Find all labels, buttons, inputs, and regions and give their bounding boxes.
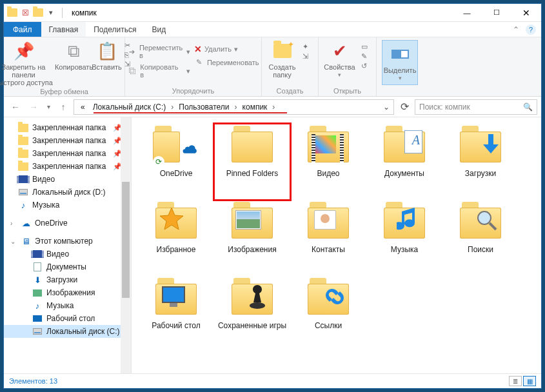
open-icon[interactable]: ▭	[361, 43, 373, 51]
delete-button[interactable]: ✕Удалить ▾	[194, 44, 259, 54]
close-button[interactable]: ✕	[511, 4, 541, 22]
folder-item[interactable]: Поиски	[442, 200, 519, 276]
folder-item[interactable]: Музыка	[366, 200, 442, 276]
disk-icon	[18, 187, 28, 197]
folder-item[interactable]: AДокументы	[366, 124, 442, 200]
tree-item-pinned[interactable]: Закрепленная папка📌	[4, 147, 131, 160]
tree-item-downloads[interactable]: ⬇Загрузки	[4, 273, 131, 286]
folder-item[interactable]: Видео	[290, 124, 366, 200]
item-label: Изображения	[228, 245, 276, 254]
folder-item[interactable]: Рабочий стол	[138, 276, 214, 352]
folder-icon	[18, 135, 28, 146]
qat-item[interactable]	[32, 6, 44, 20]
new-folder-button[interactable]: Создать папку	[266, 40, 299, 79]
item-label: Pinned Folders	[226, 169, 279, 178]
video-icon	[18, 174, 28, 184]
paste-button[interactable]: 📋 Вставить	[94, 40, 121, 71]
recent-dropdown[interactable]: ▾	[44, 99, 53, 115]
folder-item[interactable]: Изображения	[214, 200, 290, 276]
qat-dropdown[interactable]: ▾	[45, 6, 57, 20]
rename-button[interactable]: ✎Переименовать	[194, 58, 259, 66]
forward-button[interactable]: →	[26, 99, 41, 115]
edit-icon[interactable]: ✎	[361, 52, 373, 61]
folder-item[interactable]: Pinned Folders	[214, 124, 290, 200]
maximize-button[interactable]: ☐	[482, 4, 511, 22]
copy-button[interactable]: ⧉ Копировать	[59, 40, 90, 71]
icons-view-button[interactable]: ▦	[523, 376, 536, 386]
address-bar[interactable]: « Локальный диск (C:) › Пользователи › к…	[74, 99, 394, 115]
tree-item-thispc[interactable]: ⌄🖥Этот компьютер	[4, 235, 131, 248]
history-icon[interactable]: ↺	[361, 62, 373, 70]
item-label: Контакты	[312, 245, 345, 254]
properties-button[interactable]: ✔ Свойства ▾	[322, 40, 357, 79]
folder-item[interactable]: ⟳OneDrive	[138, 124, 214, 200]
folder-item[interactable]: Загрузки	[442, 124, 519, 200]
folder-icon	[153, 204, 199, 242]
new-item-icon[interactable]: ✦	[302, 43, 314, 51]
tab-view[interactable]: Вид	[144, 22, 173, 37]
nav-tree[interactable]: Закрепленная папка📌 Закрепленная папка📌 …	[4, 117, 132, 373]
tree-item-music[interactable]: ♪Музыка	[4, 299, 131, 312]
pin-button[interactable]: 📌 Закрепить на панели быстрого доступа	[0, 40, 55, 86]
content-pane[interactable]: ⟳OneDrivePinned FoldersВидеоAДокументыЗа…	[132, 117, 541, 373]
up-button[interactable]: ↑	[55, 99, 71, 115]
file-menu[interactable]: Файл	[4, 22, 41, 37]
tree-item-video[interactable]: Видео	[4, 248, 131, 260]
expand-icon[interactable]: ›	[10, 220, 17, 227]
search-input[interactable]: Поиск: компик 🔍	[415, 99, 537, 115]
main-area: Закрепленная папка📌 Закрепленная папка📌 …	[4, 117, 541, 373]
tree-item-images[interactable]: Изображения	[4, 286, 131, 299]
tree-item-docs[interactable]: Документы	[4, 260, 131, 273]
tab-home[interactable]: Главная	[41, 22, 86, 37]
move-icon: ➔	[127, 48, 136, 56]
tree-item-pinned[interactable]: Закрепленная папка📌	[4, 121, 131, 134]
tree-item-disk-d[interactable]: Локальный диск (D:)	[4, 186, 131, 199]
rename-icon: ✎	[194, 58, 204, 66]
tree-item-video[interactable]: Видео	[4, 173, 131, 186]
folder-item[interactable]: Избранное	[138, 200, 214, 276]
folder-icon	[18, 148, 28, 159]
folder-icon	[18, 161, 28, 172]
item-label: OneDrive	[160, 169, 193, 178]
tree-item-music[interactable]: ♪Музыка	[4, 199, 131, 211]
select-button[interactable]: Выделить ▾	[382, 40, 418, 85]
paste-icon: 📋	[97, 40, 117, 62]
details-view-button[interactable]: ≣	[509, 376, 522, 386]
copyto-icon: ⿻	[127, 67, 137, 75]
new-folder-icon	[273, 40, 292, 62]
folder-item[interactable]: Контакты	[290, 200, 366, 276]
collapse-ribbon-icon[interactable]: ⌃	[513, 25, 519, 34]
address-dropdown[interactable]: ⌄	[379, 103, 393, 112]
tab-share[interactable]: Поделиться	[86, 22, 144, 37]
minimize-button[interactable]: —	[452, 4, 482, 22]
separator	[62, 8, 63, 18]
easy-access-icon[interactable]: ⇲	[302, 52, 314, 61]
folder-icon: ⟳	[153, 128, 199, 166]
collapse-icon[interactable]: ⌄	[10, 238, 17, 245]
tree-scrollbar[interactable]	[121, 117, 131, 373]
back-button[interactable]: ←	[8, 99, 23, 115]
tree-item-disk-c[interactable]: Локальный диск (C:)	[4, 325, 131, 338]
refresh-button[interactable]: ⟳	[397, 99, 412, 115]
pc-icon: 🖥	[21, 236, 31, 246]
copy-to-button[interactable]: ⿻Копировать в ▾	[127, 63, 190, 79]
tree-item-pinned[interactable]: Закрепленная папка📌	[4, 160, 131, 173]
item-label: Ссылки	[315, 321, 342, 330]
search-placeholder: Поиск: компик	[419, 103, 470, 112]
ribbon: 📌 Закрепить на панели быстрого доступа ⧉…	[4, 37, 541, 97]
move-to-button[interactable]: ➔Переместить в ▾	[127, 44, 190, 59]
folder-item[interactable]: Сохраненные игры	[214, 276, 290, 352]
explorer-window: ☒ ▾ компик — ☐ ✕ Файл Главная Поделиться…	[3, 3, 542, 389]
group-label: Создать	[277, 86, 304, 96]
qat-item[interactable]: ☒	[19, 6, 31, 20]
image-icon	[32, 288, 43, 298]
folder-item[interactable]: Ссылки	[290, 276, 366, 352]
window-title: компик	[72, 8, 97, 17]
tree-item-desktop[interactable]: Рабочий стол	[4, 312, 131, 325]
tree-item-onedrive[interactable]: ›☁OneDrive	[4, 217, 131, 230]
tree-item-pinned[interactable]: Закрепленная папка📌	[4, 134, 131, 147]
svg-point-0	[478, 211, 491, 224]
help-icon[interactable]: ?	[526, 24, 536, 35]
folder-icon: A	[381, 128, 428, 166]
delete-icon: ✕	[194, 44, 202, 54]
